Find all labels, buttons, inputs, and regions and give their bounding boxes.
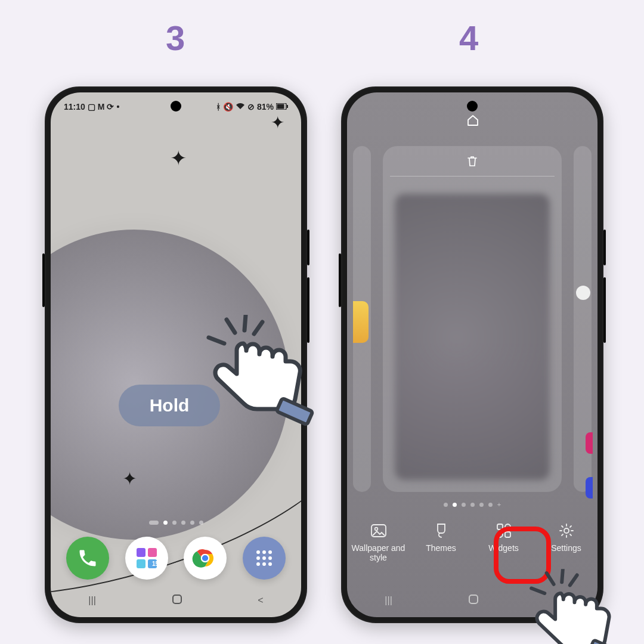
bluetooth-icon: ᚼ [216,102,221,112]
svg-point-17 [256,562,260,566]
image-icon: ▢ [88,102,95,112]
home-button[interactable] [468,594,479,607]
svg-rect-20 [173,595,181,603]
battery-icon [276,102,288,112]
page-preview-wallpaper [395,194,550,480]
home-editor-screen[interactable]: + Wallpaper and style Themes Widgets [347,92,597,617]
svg-point-18 [262,562,266,566]
sparkle-icon: ✦ [122,468,137,489]
step-number-4: 4 [459,18,478,58]
battery-percent: 81% [257,102,274,112]
power-button [307,277,309,343]
chrome-app-icon[interactable] [184,537,227,580]
svg-text:15: 15 [152,561,159,567]
power-button [603,277,606,343]
sparkle-icon: ✦ [170,146,187,170]
peek-widget [586,432,593,454]
hold-instruction-pill: Hold [119,385,220,426]
option-label: Wallpaper and style [352,543,405,562]
picsart-app-icon[interactable]: 15 [125,537,168,580]
recents-button[interactable]: ||| [88,595,95,606]
wifi-icon [236,102,245,112]
prev-page-card[interactable] [353,146,371,492]
page-indicator [51,521,301,525]
navigation-bar: ||| < [51,592,301,609]
svg-point-16 [268,556,272,560]
home-outline-icon[interactable] [466,114,478,126]
svg-rect-28 [469,595,478,603]
phone-frame-step4: + Wallpaper and style Themes Widgets [341,86,603,623]
wallpaper-and-style-button[interactable]: Wallpaper and style [352,522,405,562]
volume-button [603,230,606,265]
dot-icon: • [116,102,119,112]
option-label: Settings [551,543,581,553]
app-drawer-icon[interactable] [243,537,286,580]
dock: 15 [51,531,301,585]
status-bar: 11:10 ▢ M ⟳ • ᚼ 🔇 ⊘ 81% [51,98,301,115]
option-label: Themes [426,543,456,553]
editor-page-indicator: + [347,503,597,507]
svg-point-19 [268,562,272,566]
home-button[interactable] [172,594,182,607]
recents-button[interactable]: ||| [385,595,392,606]
back-button[interactable]: < [554,595,559,606]
editor-options-row: Wallpaper and style Themes Widgets Setti… [347,522,597,575]
sparkle-icon: ✦ [271,113,284,132]
phone-app-icon[interactable] [66,537,109,580]
svg-rect-1 [277,104,284,109]
peek-icon [576,286,590,300]
panel-divider [390,176,555,177]
brush-icon [432,522,450,540]
picture-icon [370,522,388,540]
volume-button [307,230,309,265]
back-button[interactable]: < [258,595,263,606]
mute-icon: 🔇 [223,102,233,112]
peek-widget [586,477,593,499]
navigation-bar: ||| < [347,592,597,609]
svg-point-14 [256,556,260,560]
sync-icon: ⟳ [107,102,114,112]
home-screen[interactable]: ✦ ✦ ✦ 11:10 ▢ M ⟳ • ᚼ 🔇 ⊘ 81% [51,92,301,617]
svg-rect-3 [137,548,145,557]
svg-point-27 [564,528,569,533]
current-page-card[interactable] [383,146,562,492]
svg-point-15 [262,556,266,560]
side-button [42,253,45,307]
svg-rect-4 [148,548,157,557]
peek-widget [353,301,369,343]
step-number-3: 3 [166,18,185,58]
no-data-icon: ⊘ [247,102,255,112]
gmail-icon: M [98,102,105,112]
svg-point-11 [256,550,260,554]
phone-frame-step3: ✦ ✦ ✦ 11:10 ▢ M ⟳ • ᚼ 🔇 ⊘ 81% [45,86,307,623]
svg-point-22 [374,528,377,531]
svg-rect-5 [137,559,145,568]
status-time: 11:10 [64,102,85,112]
gear-icon [558,522,575,540]
svg-point-13 [268,550,272,554]
camera-punch-hole [467,101,478,112]
side-button [339,253,341,307]
highlight-ring [494,527,551,584]
delete-page-icon[interactable] [466,154,478,170]
next-page-card[interactable] [574,146,592,492]
svg-rect-2 [287,105,288,108]
svg-point-12 [262,550,266,554]
themes-button[interactable]: Themes [414,522,468,553]
